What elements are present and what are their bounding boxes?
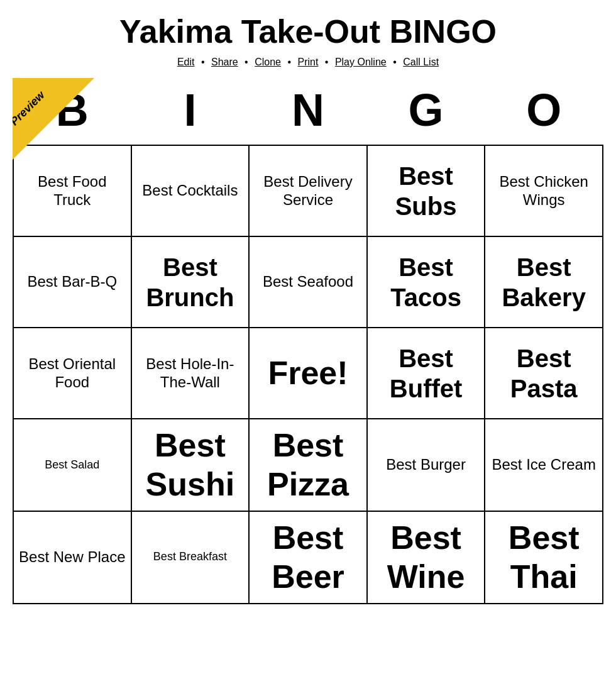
cell-label: Best Seafood (255, 243, 361, 321)
table-row[interactable]: Best Food TruckBest CocktailsBest Delive… (13, 145, 603, 236)
cell-label: Best Wine (373, 518, 480, 597)
cell-label: Best Sushi (137, 426, 244, 504)
table-cell[interactable]: Best Brunch (131, 236, 250, 328)
table-cell[interactable]: Best Hole-In-The-Wall (131, 328, 250, 419)
cell-label: Best Delivery Service (255, 152, 361, 229)
cell-label: Best Thai (490, 518, 597, 597)
nav-print[interactable]: Print (297, 57, 318, 67)
cell-label: Best Chicken Wings (490, 152, 597, 229)
table-cell[interactable]: Best Breakfast (131, 511, 250, 604)
cell-label: Best Tacos (373, 243, 480, 321)
cell-label: Best Ice Cream (490, 426, 597, 504)
table-cell[interactable]: Best Beer (249, 511, 367, 604)
bingo-letter-i: I (131, 78, 250, 145)
table-row[interactable]: Best New PlaceBest BreakfastBest BeerBes… (13, 511, 603, 604)
nav-call-list[interactable]: Call List (403, 57, 439, 67)
table-cell[interactable]: Best Tacos (367, 236, 485, 328)
table-cell[interactable]: Best Subs (367, 145, 485, 236)
bingo-letter-n: N (249, 78, 367, 145)
bingo-letter-b: B (13, 78, 131, 145)
table-cell[interactable]: Free! (249, 328, 367, 419)
cell-label: Best Hole-In-The-Wall (137, 334, 244, 412)
bingo-header-row: B I N G O (13, 78, 603, 145)
cell-label: Best Subs (373, 152, 480, 229)
table-cell[interactable]: Best Ice Cream (485, 419, 603, 511)
cell-label: Best Bakery (490, 243, 597, 321)
nav-share[interactable]: Share (211, 57, 238, 67)
table-row[interactable]: Best SaladBest SushiBest PizzaBest Burge… (13, 419, 603, 511)
cell-label: Best Pasta (490, 334, 597, 412)
cell-label: Best Burger (373, 426, 480, 504)
nav-clone[interactable]: Clone (255, 57, 281, 67)
cell-label: Best Oriental Food (19, 334, 126, 412)
cell-label: Best New Place (19, 518, 126, 597)
table-cell[interactable]: Best Food Truck (13, 145, 131, 236)
table-cell[interactable]: Best Bar-B-Q (13, 236, 131, 328)
cell-label: Best Pizza (255, 426, 361, 504)
table-cell[interactable]: Best Pizza (249, 419, 367, 511)
bingo-letter-o: O (485, 78, 603, 145)
table-cell[interactable]: Best Delivery Service (249, 145, 367, 236)
table-cell[interactable]: Best New Place (13, 511, 131, 604)
cell-label: Free! (255, 334, 361, 412)
bingo-wrapper: Preview B I N G O Best Food TruckBest Co… (13, 78, 603, 604)
cell-label: Best Salad (19, 426, 126, 504)
table-cell[interactable]: Best Wine (367, 511, 485, 604)
table-cell[interactable]: Best Salad (13, 419, 131, 511)
nav-bar: Edit • Share • Clone • Print • Play Onli… (177, 57, 439, 68)
cell-label: Best Cocktails (137, 152, 244, 229)
table-cell[interactable]: Best Thai (485, 511, 603, 604)
cell-label: Best Breakfast (137, 518, 244, 597)
cell-label: Best Bar-B-Q (19, 243, 126, 321)
nav-play-online[interactable]: Play Online (335, 57, 387, 67)
table-row[interactable]: Best Bar-B-QBest BrunchBest SeafoodBest … (13, 236, 603, 328)
table-cell[interactable]: Best Bakery (485, 236, 603, 328)
bingo-letter-g: G (367, 78, 485, 145)
table-cell[interactable]: Best Cocktails (131, 145, 250, 236)
table-cell[interactable]: Best Pasta (485, 328, 603, 419)
table-cell[interactable]: Best Sushi (131, 419, 250, 511)
cell-label: Best Buffet (373, 334, 480, 412)
bingo-card: B I N G O Best Food TruckBest CocktailsB… (13, 78, 603, 604)
table-cell[interactable]: Best Buffet (367, 328, 485, 419)
nav-edit[interactable]: Edit (177, 57, 195, 67)
cell-label: Best Beer (255, 518, 361, 597)
table-cell[interactable]: Best Oriental Food (13, 328, 131, 419)
table-cell[interactable]: Best Chicken Wings (485, 145, 603, 236)
table-row[interactable]: Best Oriental FoodBest Hole-In-The-WallF… (13, 328, 603, 419)
page-title: Yakima Take-Out BINGO (119, 13, 497, 50)
cell-label: Best Brunch (137, 243, 244, 321)
cell-label: Best Food Truck (19, 152, 126, 229)
table-cell[interactable]: Best Seafood (249, 236, 367, 328)
table-cell[interactable]: Best Burger (367, 419, 485, 511)
